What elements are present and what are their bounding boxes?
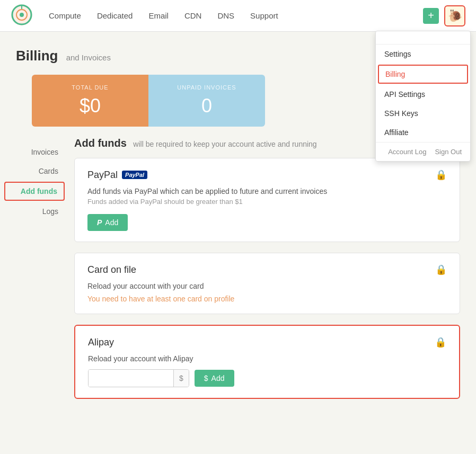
card-title-text: Card on file xyxy=(87,264,136,275)
card-warning: You need to have at least one card on pr… xyxy=(87,295,447,303)
alipay-description: Reload your account with Alipay xyxy=(88,354,446,363)
main-nav: Compute Dedicated Email CDN DNS Support xyxy=(49,11,423,20)
alipay-dollar-icon: $ xyxy=(204,374,208,382)
user-avatar[interactable]: 🐌 xyxy=(444,5,465,26)
alipay-input-row: $ $ Add xyxy=(88,369,446,387)
dropdown-settings[interactable]: Settings xyxy=(376,44,470,64)
paypal-add-label: Add xyxy=(105,218,118,227)
card-lock-icon: 🔒 xyxy=(435,264,447,275)
alipay-add-label: Add xyxy=(211,374,225,382)
card-description: Reload your account with your card xyxy=(87,282,447,290)
paypal-p-icon: P xyxy=(97,218,102,227)
nav-email[interactable]: Email xyxy=(148,11,169,20)
plus-button[interactable]: + xyxy=(423,8,439,24)
dropdown-api-settings[interactable]: API Settings xyxy=(376,85,470,104)
alipay-section: Alipay 🔒 Reload your account with Alipay… xyxy=(74,325,460,399)
alipay-amount-input[interactable] xyxy=(89,370,173,387)
nav-support[interactable]: Support xyxy=(250,11,278,20)
alipay-input-wrap: $ xyxy=(88,369,189,387)
total-due-card: TOTAL DUE $0 xyxy=(32,75,148,127)
paypal-header: PayPal PayPal 🔒 xyxy=(87,169,447,181)
sidebar-item-invoices[interactable]: Invoices xyxy=(0,143,69,162)
paypal-title: PayPal PayPal xyxy=(87,170,147,181)
header-right: + 🐌 xyxy=(423,5,465,26)
alipay-title-text: Alipay xyxy=(88,337,114,348)
card-section: Card on file 🔒 Reload your account with … xyxy=(74,253,460,314)
content-title-sub: will be required to keep your account ac… xyxy=(133,140,316,148)
paypal-section: PayPal PayPal 🔒 Add funds via PayPal whi… xyxy=(74,158,460,242)
dropdown-ssh-keys[interactable]: SSH Keys xyxy=(376,104,470,123)
user-dropdown: Settings Billing API Settings SSH Keys A… xyxy=(375,31,471,162)
paypal-logo-badge: PayPal xyxy=(122,171,147,179)
content-area: Add funds will be required to keep your … xyxy=(69,137,476,425)
nav-cdn[interactable]: CDN xyxy=(184,11,202,20)
sidebar-item-add-funds[interactable]: Add funds xyxy=(4,182,65,201)
nav-compute[interactable]: Compute xyxy=(49,11,81,20)
unpaid-invoices-value: 0 xyxy=(170,95,244,117)
card-header: Card on file 🔒 xyxy=(87,264,447,275)
paypal-add-button[interactable]: P Add xyxy=(87,214,128,231)
dropdown-billing[interactable]: Billing xyxy=(378,65,468,84)
nav-dedicated[interactable]: Dedicated xyxy=(97,11,133,20)
sidebar: Invoices Cards Add funds Logs xyxy=(0,137,69,425)
dropdown-footer: Account Log Sign Out xyxy=(376,142,470,161)
alipay-add-button[interactable]: $ Add xyxy=(195,370,234,387)
header: Compute Dedicated Email CDN DNS Support … xyxy=(0,0,476,32)
page-title: Billing and Invoices xyxy=(16,48,111,64)
main-layout: Invoices Cards Add funds Logs Add funds … xyxy=(0,137,476,425)
unpaid-invoices-card: UNPAID INVOICES 0 xyxy=(148,75,265,127)
sidebar-item-logs[interactable]: Logs xyxy=(0,202,69,221)
card-title: Card on file xyxy=(87,264,136,275)
logo[interactable] xyxy=(11,4,33,28)
snail-icon: 🐌 xyxy=(448,9,462,23)
total-due-value: $0 xyxy=(53,95,127,117)
unpaid-invoices-label: UNPAID INVOICES xyxy=(170,84,244,91)
paypal-title-text: PayPal xyxy=(87,170,118,181)
total-due-label: TOTAL DUE xyxy=(53,84,127,91)
content-title-bold: Add funds xyxy=(74,137,127,149)
svg-point-3 xyxy=(20,13,24,17)
paypal-description: Add funds via PayPal which can be applie… xyxy=(87,187,447,195)
dropdown-affiliate[interactable]: Affiliate xyxy=(376,123,470,142)
dropdown-sign-out[interactable]: Sign Out xyxy=(435,148,462,156)
alipay-header: Alipay 🔒 xyxy=(88,336,446,348)
dropdown-account-log[interactable]: Account Log xyxy=(388,148,426,156)
alipay-title: Alipay xyxy=(88,337,114,348)
dropdown-greeting xyxy=(376,31,470,44)
sidebar-item-cards[interactable]: Cards xyxy=(0,162,69,181)
dollar-sign-icon: $ xyxy=(173,370,189,387)
alipay-lock-icon: 🔒 xyxy=(435,336,446,348)
paypal-lock-icon: 🔒 xyxy=(435,169,447,181)
nav-dns[interactable]: DNS xyxy=(217,11,234,20)
paypal-note: Funds added via PayPal should be greater… xyxy=(87,198,447,206)
